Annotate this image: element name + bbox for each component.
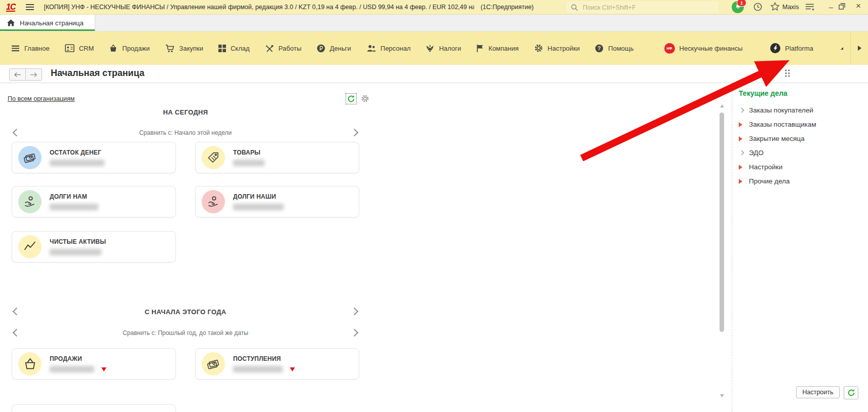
back-button[interactable] <box>9 68 26 81</box>
ribbon-label: Закупки <box>179 45 203 52</box>
kpi-card-label: ТОВАРЫ <box>233 149 265 156</box>
kpi-card-label: ЧИСТЫЕ АКТИВЫ <box>50 238 106 245</box>
kpi-value-blurred <box>50 204 98 210</box>
task-group-month-closing[interactable]: Закрытие месяца <box>739 135 863 142</box>
ribbon-item-crm[interactable]: CRM <box>65 44 94 52</box>
configure-button[interactable]: Настроить <box>796 386 840 398</box>
forward-button[interactable] <box>26 68 42 81</box>
tab-strip: Начальная страница <box>0 15 868 31</box>
close-button[interactable]: × <box>853 1 863 11</box>
kpi-card-label: ПОСТУПЛЕНИЯ <box>233 355 295 362</box>
search-input[interactable] <box>582 4 710 12</box>
more-actions-icon[interactable] <box>784 69 790 80</box>
ribbon-item-money[interactable]: Деньги <box>317 44 351 53</box>
ruble-coin-icon <box>317 44 325 53</box>
ribbon-item-main[interactable]: Главное <box>11 45 50 52</box>
ribbon-label: CRM <box>79 45 94 52</box>
task-group-settings[interactable]: Настройки <box>739 163 863 171</box>
task-group-label: Заказы поставщикам <box>749 121 816 128</box>
chevron-right-icon[interactable] <box>351 308 359 316</box>
dashboard-settings-gear-icon[interactable] <box>361 94 369 103</box>
chevron-left-icon[interactable] <box>13 129 21 137</box>
task-group-other[interactable]: Прочие дела <box>739 177 863 185</box>
current-tasks-list: Заказы покупателей Заказы поставщикам За… <box>739 106 863 185</box>
search-icon <box>571 4 578 11</box>
kpi-value-blurred <box>233 366 283 372</box>
basket-icon <box>18 352 42 376</box>
history-nav-buttons <box>9 68 42 81</box>
red-triangle-icon <box>739 136 749 141</box>
ribbon-item-settings[interactable]: Настройки <box>534 44 580 53</box>
refresh-button[interactable] <box>844 386 858 399</box>
kpi-card-receipts[interactable]: ПОСТУПЛЕНИЯ <box>195 348 359 380</box>
ribbon-expand-arrow[interactable] <box>851 46 868 51</box>
kpi-card-debts-to-us[interactable]: ДОЛГИ НАМ <box>12 186 176 217</box>
section-ribbon: Главное CRM Продажи Закупки Склад Работы… <box>0 31 868 65</box>
page-header-bar: Начальная страница <box>0 65 868 83</box>
chevron-left-icon[interactable] <box>13 329 21 337</box>
kpi-card-sales[interactable]: ПРОДАЖИ <box>12 348 176 380</box>
app-label: (1С:Предприятие) <box>480 4 534 11</box>
ribbon-item-purchases[interactable]: Закупки <box>165 44 203 53</box>
kpi-value-blurred <box>233 160 265 166</box>
ribbon-item-neskuchnye-finansy[interactable]: НФ Нескучные финансы <box>664 43 743 54</box>
vertical-scrollbar[interactable] <box>719 83 725 412</box>
compare-label[interactable]: Сравнить с: Начало этой недели <box>139 129 232 136</box>
history-icon[interactable] <box>753 2 763 12</box>
notifications-bell-icon[interactable]: 1 <box>732 1 744 13</box>
red-triangle-icon <box>739 165 749 170</box>
task-group-label: Настройки <box>749 163 782 171</box>
ribbon-item-platforma[interactable]: Platforma <box>770 43 813 53</box>
chevron-right-icon[interactable] <box>351 329 359 337</box>
scroll-down-arrow[interactable] <box>720 394 724 397</box>
service-menu-icon[interactable] <box>805 3 815 11</box>
minimize-button[interactable]: – <box>826 3 836 11</box>
nf-badge-icon: НФ <box>664 43 675 54</box>
chevron-left-icon[interactable] <box>13 308 21 316</box>
kpi-card-net-assets[interactable]: ЧИСТЫЕ АКТИВЫ <box>12 231 176 263</box>
compare-label[interactable]: Сравнить с: Прошлый год, до такой же дат… <box>123 329 248 336</box>
chevron-right-icon[interactable] <box>351 129 359 137</box>
ribbon-item-company[interactable]: Компания <box>476 44 519 53</box>
restore-button[interactable] <box>839 3 845 10</box>
ribbon-item-sales[interactable]: Продажи <box>109 44 149 52</box>
section-title-text: С НАЧАЛА ЭТОГО ГОДА <box>145 308 227 316</box>
window-title: [КОПИЯ] УНФ - НЕСКУЧНЫЕ ФИНАНСЫ / Управл… <box>44 4 474 11</box>
favorites-star-icon[interactable] <box>770 2 780 11</box>
kpi-card-label: ДОЛГИ НАМ <box>50 193 98 200</box>
application-window: 1С [КОПИЯ] УНФ - НЕСКУЧНЫЕ ФИНАНСЫ / Упр… <box>0 0 868 412</box>
coat-of-arms-icon <box>426 44 434 52</box>
kpi-card-cash-balance[interactable]: ОСТАТОК ДЕНЕГ <box>12 142 176 173</box>
task-group-label: ЭДО <box>749 149 764 157</box>
kpi-value-blurred <box>50 366 94 372</box>
tab-home-page[interactable]: Начальная страница <box>0 15 95 31</box>
task-group-edo[interactable]: ЭДО <box>739 149 863 157</box>
page-title: Начальная страница <box>51 68 144 79</box>
active-tab-underline <box>0 29 95 31</box>
scroll-up-arrow[interactable] <box>720 104 724 107</box>
ribbon-item-staff[interactable]: Персонал <box>366 44 411 52</box>
kpi-card-our-debts[interactable]: ДОЛГИ НАШИ <box>195 186 359 217</box>
kpi-card-partial[interactable] <box>12 404 176 412</box>
current-tasks-title[interactable]: Текущие дела <box>739 89 863 97</box>
platforma-icon <box>770 43 780 53</box>
ribbon-item-works[interactable]: Работы <box>265 44 301 53</box>
red-triangle-icon <box>739 179 749 184</box>
task-group-customer-orders[interactable]: Заказы покупателей <box>739 106 863 114</box>
scrollbar-thumb[interactable] <box>720 113 724 332</box>
panel-splitter[interactable] <box>732 83 732 412</box>
ribbon-item-taxes[interactable]: Налоги <box>426 44 461 52</box>
tab-label: Начальная страница <box>20 19 84 27</box>
ribbon-label: Нескучные финансы <box>680 45 743 52</box>
global-search[interactable] <box>567 2 719 13</box>
price-tag-icon <box>202 146 225 169</box>
kpi-card-goods[interactable]: ТОВАРЫ <box>195 142 359 173</box>
kpi-dashboard: НА СЕГОДНЯ Сравнить с: Начало этой недел… <box>12 83 359 412</box>
task-group-supplier-orders[interactable]: Заказы поставщикам <box>739 121 863 128</box>
current-user[interactable]: Maxis <box>782 4 799 11</box>
ribbon-item-help[interactable]: ? Помощь <box>595 44 633 53</box>
get-link-icon[interactable] <box>761 69 772 81</box>
ribbon-item-warehouse[interactable]: Склад <box>218 45 250 52</box>
task-group-label: Заказы покупателей <box>749 106 813 114</box>
main-menu-icon[interactable] <box>25 4 34 11</box>
